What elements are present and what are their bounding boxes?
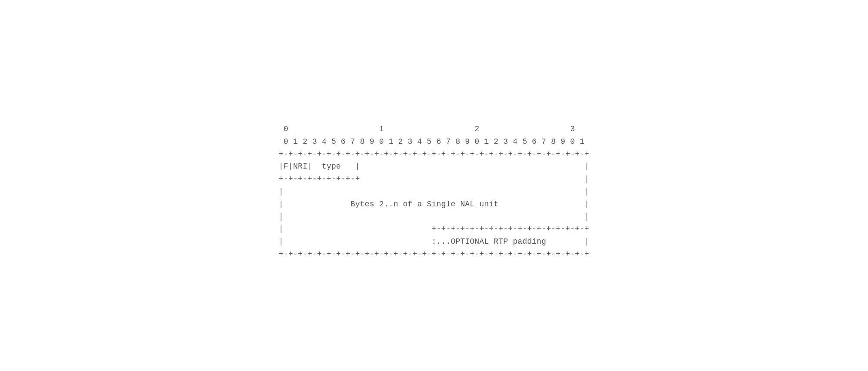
diagram-line: +-+-+-+-+-+-+-+-+-+-+-+-+-+-+-+-+-+-+-+-… [279, 248, 589, 261]
diagram-line: | | [279, 211, 589, 223]
diagram-content: 0 1 2 3 0 1 2 3 4 5 6 7 8 9 0 1 2 3 4 5 … [279, 123, 589, 261]
diagram-line: | Bytes 2..n of a Single NAL unit | [279, 198, 589, 211]
diagram-line: 0 1 2 3 4 5 6 7 8 9 0 1 2 3 4 5 6 7 8 9 … [279, 136, 589, 148]
diagram-line: +-+-+-+-+-+-+-+-+ | [279, 173, 589, 186]
diagram-line: | :...OPTIONAL RTP padding | [279, 235, 589, 248]
diagram-line: | +-+-+-+-+-+-+-+-+-+-+-+-+-+-+-+-+ [279, 223, 589, 235]
diagram-line: |F|NRI| type | | [279, 160, 589, 173]
diagram-container: 0 1 2 3 0 1 2 3 4 5 6 7 8 9 0 1 2 3 4 5 … [253, 80, 615, 290]
diagram-line: +-+-+-+-+-+-+-+-+-+-+-+-+-+-+-+-+-+-+-+-… [279, 148, 589, 161]
diagram-line: | | [279, 186, 589, 198]
diagram-line: 0 1 2 3 [279, 123, 589, 136]
